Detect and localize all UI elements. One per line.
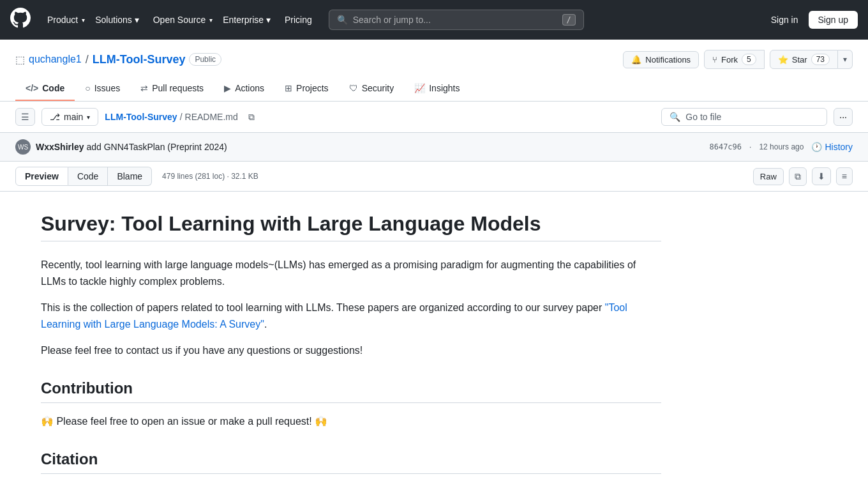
doc-para2-after: . bbox=[264, 319, 267, 330]
sign-up-button[interactable]: Sign up bbox=[809, 11, 858, 29]
branch-chevron-icon: ▾ bbox=[87, 114, 90, 121]
doc-title: Survey: Tool Learning with Large Languag… bbox=[41, 212, 661, 241]
actions-icon: ▶ bbox=[224, 83, 231, 93]
nav-items: Product ▾ Solutions ▾ Open Source ▾ Ente… bbox=[41, 10, 318, 30]
nav-product-chevron: ▾ bbox=[82, 17, 85, 24]
code-tab[interactable]: Code bbox=[68, 167, 108, 186]
commit-message: add GNN4TaskPlan (Preprint 2024) bbox=[86, 142, 227, 152]
search-placeholder-text: Search or jump to... bbox=[353, 15, 557, 25]
sidebar-toggle-button[interactable]: ☰ bbox=[15, 108, 35, 126]
fork-group: ⑂ Fork 5 bbox=[704, 50, 765, 69]
contribution-text: 🙌 Please feel free to open an issue or m… bbox=[41, 413, 661, 430]
insights-icon: 📈 bbox=[414, 83, 425, 93]
repo-path-separator: / bbox=[86, 53, 89, 66]
repo-visibility-badge: Public bbox=[189, 53, 221, 66]
search-container[interactable]: 🔍 Search or jump to... / bbox=[329, 10, 584, 30]
star-group: ⭐ Star 73 ▾ bbox=[770, 50, 853, 69]
security-icon: 🛡 bbox=[349, 83, 358, 93]
star-dropdown-button[interactable]: ▾ bbox=[838, 50, 853, 69]
file-header-bar: ☰ ⎇ main ▾ LLM-Tool-Survey / README.md ⧉… bbox=[0, 102, 868, 133]
issues-icon: ○ bbox=[85, 83, 90, 93]
branch-name: main bbox=[64, 112, 83, 122]
breadcrumb-repo-link[interactable]: LLM-Tool-Survey bbox=[105, 112, 177, 122]
file-meta-info: 479 lines (281 loc) · 32.1 KB bbox=[162, 172, 258, 181]
branch-selector-button[interactable]: ⎇ main ▾ bbox=[41, 108, 98, 126]
search-shortcut: / bbox=[562, 14, 576, 26]
tab-pr-label: Pull requests bbox=[152, 83, 204, 93]
tab-issues[interactable]: ○ Issues bbox=[75, 77, 130, 101]
commit-avatar: WS bbox=[15, 139, 31, 155]
fork-count: 5 bbox=[742, 54, 756, 65]
more-options-button[interactable]: ··· bbox=[834, 108, 853, 126]
bell-icon: 🔔 bbox=[631, 55, 641, 65]
repo-actions: 🔔 Notifications ⑂ Fork 5 ⭐ Star 73 ▾ bbox=[623, 50, 853, 69]
star-label: Star bbox=[792, 55, 807, 65]
search-file-icon: 🔍 bbox=[670, 112, 680, 122]
readme-content: Survey: Tool Learning with Large Languag… bbox=[0, 192, 702, 488]
copy-content-button[interactable]: ⧉ bbox=[789, 167, 807, 186]
top-nav: Product ▾ Solutions ▾ Open Source ▾ Ente… bbox=[0, 0, 868, 40]
auth-buttons: Sign in Sign up bbox=[768, 10, 858, 30]
notifications-label: Notifications bbox=[645, 55, 691, 65]
repo-type-icon: ⬚ bbox=[15, 54, 25, 66]
copy-path-button[interactable]: ⧉ bbox=[244, 111, 258, 124]
tab-projects-label: Projects bbox=[296, 83, 329, 93]
repo-header: ⬚ quchangle1 / LLM-Tool-Survey Public 🔔 … bbox=[0, 40, 868, 102]
doc-intro-para2: This is the collection of papers related… bbox=[41, 300, 661, 332]
projects-icon: ⊞ bbox=[285, 83, 292, 93]
search-box[interactable]: 🔍 Search or jump to... / bbox=[329, 10, 584, 30]
goto-file-box[interactable]: 🔍 Go to file bbox=[661, 108, 827, 126]
commit-separator: · bbox=[749, 142, 751, 151]
commit-author[interactable]: WxxShirley bbox=[36, 142, 84, 152]
star-icon: ⭐ bbox=[778, 55, 788, 65]
tab-actions[interactable]: ▶ Actions bbox=[214, 77, 274, 101]
commit-hash[interactable]: 8647c96 bbox=[709, 142, 742, 151]
tab-security[interactable]: 🛡 Security bbox=[339, 77, 405, 101]
tab-insights-label: Insights bbox=[429, 83, 460, 93]
nav-product[interactable]: Product bbox=[41, 10, 84, 30]
nav-pricing[interactable]: Pricing bbox=[278, 10, 318, 30]
tab-code-label: Code bbox=[42, 83, 64, 93]
history-link[interactable]: 🕐 History bbox=[811, 142, 853, 152]
file-view-tab-group: Preview Code Blame bbox=[15, 167, 152, 186]
download-button[interactable]: ⬇ bbox=[812, 167, 831, 185]
github-logo-icon[interactable] bbox=[10, 8, 31, 33]
repo-breadcrumb-row: ⬚ quchangle1 / LLM-Tool-Survey Public 🔔 … bbox=[15, 50, 853, 69]
repo-name-link[interactable]: LLM-Tool-Survey bbox=[93, 53, 186, 66]
star-count: 73 bbox=[811, 54, 830, 65]
avatar-initials: WS bbox=[18, 144, 28, 151]
fork-icon: ⑂ bbox=[712, 55, 717, 65]
tab-issues-label: Issues bbox=[94, 83, 120, 93]
fork-label: Fork bbox=[721, 55, 738, 65]
file-action-buttons: Raw ⧉ ⬇ ≡ bbox=[753, 167, 853, 186]
blame-tab[interactable]: Blame bbox=[108, 167, 152, 186]
history-label: History bbox=[825, 142, 853, 152]
fork-button[interactable]: ⑂ Fork 5 bbox=[704, 50, 765, 69]
goto-file-placeholder: Go to file bbox=[685, 112, 721, 122]
branch-icon: ⎇ bbox=[50, 112, 60, 122]
repo-owner-link[interactable]: quchangle1 bbox=[29, 54, 82, 65]
history-icon: 🕐 bbox=[811, 142, 822, 152]
star-button[interactable]: ⭐ Star 73 bbox=[770, 50, 838, 69]
file-view-tabs-bar: Preview Code Blame 479 lines (281 loc) ·… bbox=[0, 162, 868, 192]
code-icon: </> bbox=[26, 83, 38, 93]
nav-opensource[interactable]: Open Source bbox=[147, 10, 213, 30]
doc-intro-para3: Please feel free to contact us if you ha… bbox=[41, 342, 661, 359]
nav-enterprise[interactable]: Enterprise ▾ bbox=[216, 10, 277, 30]
tab-projects[interactable]: ⊞ Projects bbox=[274, 77, 339, 101]
pr-icon: ⇄ bbox=[140, 83, 148, 93]
nav-solutions[interactable]: Solutions ▾ bbox=[89, 10, 145, 30]
doc-intro-para1: Recently, tool learning with large langu… bbox=[41, 257, 661, 289]
commit-row: WS WxxShirley add GNN4TaskPlan (Preprint… bbox=[0, 133, 868, 162]
tab-insights[interactable]: 📈 Insights bbox=[404, 77, 470, 101]
contribution-heading: Contribution bbox=[41, 379, 661, 403]
tab-pullrequests[interactable]: ⇄ Pull requests bbox=[130, 77, 214, 101]
tab-code[interactable]: </> Code bbox=[15, 77, 75, 101]
list-view-button[interactable]: ≡ bbox=[836, 167, 853, 185]
sign-in-button[interactable]: Sign in bbox=[768, 10, 801, 30]
notifications-button[interactable]: 🔔 Notifications bbox=[623, 51, 699, 68]
raw-button[interactable]: Raw bbox=[753, 168, 784, 185]
preview-tab[interactable]: Preview bbox=[15, 167, 68, 186]
commit-right-info: 8647c96 · 12 hours ago 🕐 History bbox=[709, 142, 853, 152]
repo-nav-tabs: </> Code ○ Issues ⇄ Pull requests ▶ Acti… bbox=[15, 77, 853, 101]
